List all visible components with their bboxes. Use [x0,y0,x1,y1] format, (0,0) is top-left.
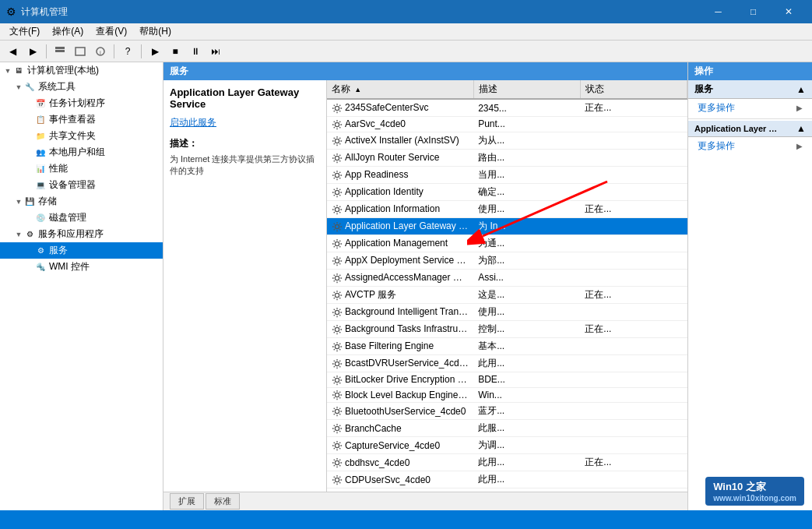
table-row[interactable]: CaptureService_4cde0为调... [327,437,687,454]
close-button[interactable]: ✕ [771,0,806,23]
tree-item-services[interactable]: ⚙服务 [0,242,163,259]
tree-item-storage[interactable]: ▼💾存储 [0,193,163,210]
svg-point-9 [335,173,339,177]
tree-item-disk-management[interactable]: 💿磁盘管理 [0,210,163,226]
table-row[interactable]: Application Management为通... [327,235,687,252]
table-row[interactable]: Background Intelligent Transfer Service使… [327,303,687,320]
menu-view[interactable]: 查看(V) [90,23,133,40]
toolbar-forward[interactable]: ▶ [23,43,42,60]
toolbar-show-hide[interactable] [71,43,90,60]
table-row[interactable]: App Readiness当用... [327,166,687,183]
tree-item-device-manager[interactable]: 💻设备管理器 [0,177,163,193]
col-desc[interactable]: 描述 [473,80,580,99]
tree-item-label: 磁盘管理 [49,211,86,224]
watermark-line2: www.win10xitong.com [713,494,796,503]
actions-panel: 操作 服务 ▲ 更多操作 ▶ Application Layer Gatewa.… [687,62,812,510]
table-row[interactable]: Base Filtering Engine基本... [327,337,687,354]
tree-item-task-scheduler[interactable]: 📅任务计划程序 [0,95,163,111]
table-row[interactable]: AssignedAccessManager 服务Assi... [327,269,687,286]
toolbar-separator-3 [141,44,142,58]
svg-point-22 [335,393,339,397]
tree-item-event-viewer[interactable]: 📋事件查看器 [0,111,163,128]
toolbar-help[interactable]: ? [118,43,137,60]
service-desc-cell: 这是... [473,286,580,303]
actions-separator [688,118,812,119]
tree-item-icon: 📁 [34,130,47,143]
table-row[interactable]: BranchCache此服... [327,420,687,437]
table-row[interactable]: AVCTP 服务这是...正在... [327,286,687,303]
tab-standard[interactable]: 标准 [206,493,240,510]
service-name-cell: ActiveX Installer (AxInstSV) [327,132,473,149]
service-status-cell [580,149,687,166]
minimize-button[interactable]: ─ [701,0,736,23]
svg-point-23 [335,410,339,414]
actions-header: 操作 [688,62,812,80]
service-name-cell: CaptureService_4cde0 [327,437,473,454]
tree-expand-icon [25,132,34,141]
tree-expand-icon: ▼ [14,83,23,92]
action-more-1[interactable]: 更多操作 ▶ [688,99,812,117]
tree-item-performance[interactable]: 📊性能 [0,160,163,177]
toolbar-properties[interactable]: i [91,43,110,60]
main-container: ▼🖥计算机管理(本地)▼🔧系统工具📅任务计划程序📋事件查看器📁共享文件夹👥本地用… [0,62,812,510]
table-row[interactable]: Application Layer Gateway Service为 In... [327,217,687,235]
service-status-cell [580,132,687,149]
tree-expand-icon [25,213,34,223]
tree-expand-icon [25,99,34,108]
service-status-cell [580,437,687,454]
toolbar-restart[interactable]: ⏭ [206,43,225,60]
service-status-cell [580,117,687,132]
start-service-link[interactable]: 启动此服务 [170,116,320,129]
svg-point-14 [335,259,339,263]
col-name[interactable]: 名称 ▲ [327,80,473,99]
table-row[interactable]: cbdhsvc_4cde0此用...正在... [327,454,687,471]
service-name-cell: BcastDVRUserService_4cde0 [327,354,473,372]
menu-action[interactable]: 操作(A) [46,23,90,40]
service-table-container: 名称 ▲ 描述 状态 2345SafeCenterSvc2345...正在...… [327,80,687,492]
table-row[interactable]: AarSvc_4cde0Punt... [327,117,687,132]
tree-item-local-users[interactable]: 👥本地用户和组 [0,144,163,160]
tree-item-services-apps[interactable]: ▼⚙服务和应用程序 [0,226,163,242]
menu-help[interactable]: 帮助(H) [133,23,178,40]
watermark: Win10 之家 www.win10xitong.com [705,477,804,506]
table-row[interactable]: Background Tasks Infrastructure Service控… [327,320,687,337]
action-more-2[interactable]: 更多操作 ▶ [688,137,812,155]
tree-item-wmi[interactable]: 🔩WMI 控件 [0,259,163,275]
table-row[interactable]: CDPUserSvc_4cde0此用... [327,471,687,488]
service-name-cell: Background Intelligent Transfer Service [327,303,473,320]
toolbar-stop[interactable]: ■ [166,43,185,60]
menu-file[interactable]: 文件(F) [3,23,46,40]
tree-expand-icon [25,181,34,190]
table-row[interactable]: AllJoyn Router Service路由... [327,149,687,166]
tree-item-icon: 🔧 [23,81,36,93]
tree-expand-icon: ▼ [3,66,12,76]
service-status-cell [580,166,687,183]
tree-item-computer[interactable]: ▼🖥计算机管理(本地) [0,62,163,79]
toolbar-back[interactable]: ◀ [3,43,22,60]
service-status-cell [580,354,687,372]
table-row[interactable]: Block Level Backup Engine ServiceWin... [327,387,687,403]
svg-point-20 [335,361,339,365]
tab-extended[interactable]: 扩展 [170,493,204,510]
table-row[interactable]: BitLocker Drive Encryption ServiceBDE... [327,372,687,387]
tree-item-icon: ⚙ [23,228,36,241]
table-row[interactable]: ActiveX Installer (AxInstSV)为从... [327,132,687,149]
service-table-body: 2345SafeCenterSvc2345...正在... AarSvc_4cd… [327,99,687,488]
tree-item-system-tools[interactable]: ▼🔧系统工具 [0,79,163,95]
toolbar-start[interactable]: ▶ [146,43,164,60]
service-name-cell: AVCTP 服务 [327,286,473,303]
table-row[interactable]: 2345SafeCenterSvc2345...正在... [327,99,687,117]
toolbar-pause[interactable]: ⏸ [186,43,205,60]
table-row[interactable]: AppX Deployment Service (AppXSVC)为部... [327,252,687,269]
table-row[interactable]: BluetoothUserService_4cde0蓝牙... [327,403,687,420]
tree-expand-icon [25,148,34,157]
maximize-button[interactable]: □ [736,0,771,23]
table-row[interactable]: Application Identity确定... [327,183,687,200]
toolbar: ◀ ▶ i ? ▶ ■ ⏸ ⏭ [0,41,812,62]
toolbar-up[interactable] [51,43,69,60]
svg-point-6 [335,122,339,126]
table-row[interactable]: BcastDVRUserService_4cde0此用... [327,354,687,372]
col-status[interactable]: 状态 [580,80,687,99]
table-row[interactable]: Application Information使用...正在... [327,200,687,217]
tree-item-shared-folders[interactable]: 📁共享文件夹 [0,128,163,144]
